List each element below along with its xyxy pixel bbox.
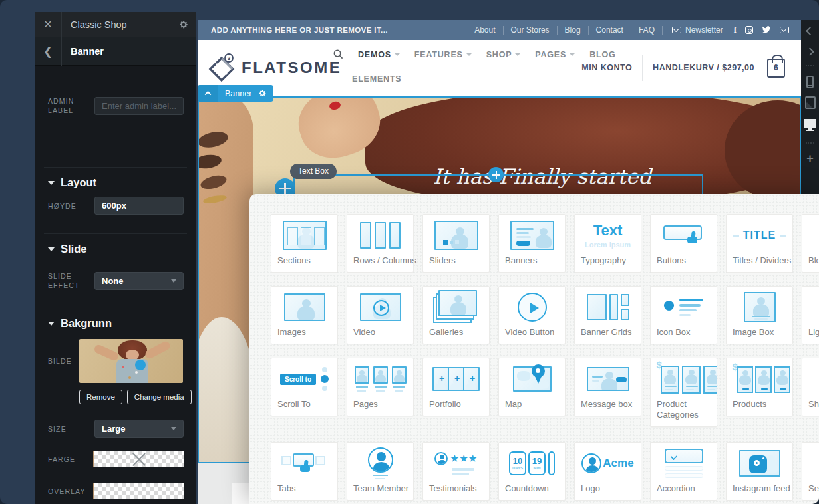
element-card-testimonials[interactable]: ★★★ Testimonials [422,442,490,501]
overlay-row: OVERLAY [35,483,196,499]
element-card-blog-posts[interactable]: Blog posts [802,214,819,273]
envelope-icon [672,27,681,33]
element-card-banners[interactable]: Banners [498,214,566,273]
cart-bag-icon[interactable]: 6 [767,59,785,78]
back-chevron-icon[interactable]: ❮ [35,37,62,66]
tablet-preview-icon[interactable] [805,96,816,109]
element-card-label: Team Member [347,481,413,500]
email-icon[interactable] [780,27,789,33]
hoyde-input[interactable] [94,197,184,215]
farge-label: FARGE [48,455,94,464]
background-image-thumbnail[interactable] [79,339,183,383]
section-slide[interactable]: Slide [35,243,196,255]
add-icon[interactable]: + [806,153,814,164]
menu-item-pages[interactable]: PAGES [535,50,575,59]
cart-link[interactable]: HANDLEKURV / $297,00 [653,63,754,72]
farge-row: FARGE [35,451,196,467]
no-color-x-icon [130,451,148,468]
topbar-link-our-stores[interactable]: Our Stores [504,25,557,35]
element-card-buttons[interactable]: Buttons [650,214,717,273]
element-card-label: Banner Grids [575,325,641,344]
topbar-link-about[interactable]: About [467,25,502,35]
element-card-instagram-feed[interactable]: Instagram feed [726,442,793,501]
thumb-floral-dot [135,371,138,374]
element-card-pages[interactable]: Pages [347,358,414,416]
logo-text: FLATSOME [242,59,341,77]
element-card-galleries[interactable]: Galleries [422,286,490,344]
remove-button[interactable]: Remove [79,390,122,404]
element-card-sliders[interactable]: Sliders [422,214,490,273]
mobile-preview-icon[interactable] [806,76,814,88]
close-icon[interactable]: ✕ [35,12,62,37]
topbar-link-faq[interactable]: FAQ [631,25,662,35]
element-card-label: Pages [347,397,413,416]
element-card-countdown[interactable]: 10DAYS19MIN Countdown [498,442,566,501]
menu-item-demos[interactable]: DEMOS [358,50,400,59]
topbar-newsletter-link[interactable]: Newsletter [663,25,731,35]
element-card-icon-box[interactable]: Icon Box [650,286,717,344]
site-logo[interactable]: 3 FLATSOME [207,52,341,84]
element-card-rows-columns[interactable]: Rows / Columns [347,214,414,273]
element-card-search[interactable]: Search [802,442,819,501]
topbar-link-contact[interactable]: Contact [589,25,631,35]
imagebox-icon [727,287,792,325]
overlay-color-swatch[interactable] [93,483,184,499]
min-konto-link[interactable]: MIN KONTO [581,63,632,72]
element-card-banner-grids[interactable]: Banner Grids [574,286,641,344]
slide-effect-select[interactable]: None [94,272,184,290]
element-card-tabs[interactable]: Tabs [271,442,338,501]
element-card-logo[interactable]: Acme Logo [574,442,641,501]
menu-item-shop[interactable]: SHOP [486,50,521,59]
overlay-label: OVERLAY [48,487,94,496]
change-media-button[interactable]: Change media [127,390,192,404]
banner-headline[interactable]: It has Finally started [433,164,651,188]
tabs-icon [271,443,337,481]
undo-chevron-left-icon[interactable] [806,27,814,35]
element-card-product-categories[interactable]: $ Product Categories [650,358,717,427]
pill-gear-icon[interactable] [258,89,273,98]
element-title: Banner [62,46,104,57]
pill-label: Banner [218,89,258,98]
section-layout[interactable]: Layout [35,176,196,189]
element-card-titles-dividers[interactable]: TITLE Titles / Dividers [726,214,793,273]
element-card-typography[interactable]: TextLorem ipsum Typography [574,214,641,273]
facebook-icon[interactable]: f [734,25,737,35]
search-icon[interactable] [333,49,343,59]
messagebox-icon [575,358,641,397]
element-card-video-button[interactable]: Video Button [498,286,566,344]
menu-item-features[interactable]: FEATURES [414,50,472,59]
element-card-lightbox[interactable]: Lightbox [802,286,819,344]
element-card-products[interactable]: $ Products [726,358,793,416]
element-card-video[interactable]: Video [347,286,414,344]
element-card-accordion[interactable]: Accordion [650,442,717,501]
collapse-chevron-icon[interactable] [198,85,218,102]
admin-label-input[interactable] [94,97,184,115]
rows-icon [347,215,413,253]
add-element-button[interactable] [488,167,504,182]
size-select[interactable]: Large [94,420,184,438]
element-card-map[interactable]: Map [498,358,566,416]
element-card-share-icons[interactable]: Share icons [802,358,819,416]
gear-icon[interactable] [171,19,196,30]
element-card-portfolio[interactable]: +++ Portfolio [422,358,490,416]
element-card-scroll-to[interactable]: Scroll to Scroll To [271,358,338,416]
farge-color-swatch[interactable] [93,451,184,467]
thumb-focal-point-dot[interactable] [135,360,146,370]
section-bakgrunn[interactable]: Bakgrunn [35,317,196,330]
element-card-message-box[interactable]: Message box [574,358,641,416]
redo-chevron-right-icon[interactable] [806,47,814,56]
banner-element-pill[interactable]: Banner [198,85,273,102]
slide-effect-label: SLIDE EFFECT [48,271,94,290]
thumb-floral-dot [128,376,131,379]
topbar-link-blog[interactable]: Blog [558,25,588,35]
menu-item-elements[interactable]: ELEMENTS [352,74,401,84]
element-card-label: Map [499,397,565,416]
desktop-preview-icon[interactable] [804,119,816,128]
instagram-icon[interactable] [745,26,753,34]
element-card-sections[interactable]: Sections [271,214,338,273]
twitter-icon[interactable] [762,26,771,34]
element-card-images[interactable]: Images [271,286,338,344]
element-card-image-box[interactable]: Image Box [726,286,793,344]
element-card-label: Image Box [727,325,792,344]
element-card-team-member[interactable]: Team Member [347,442,414,501]
